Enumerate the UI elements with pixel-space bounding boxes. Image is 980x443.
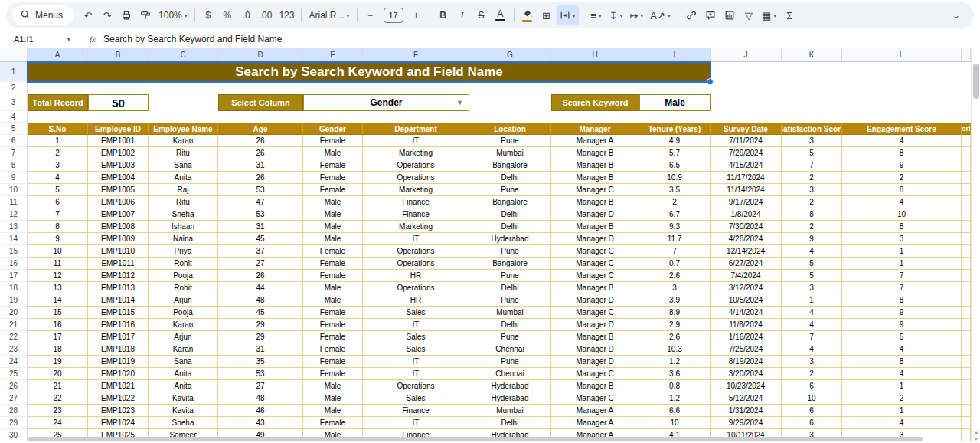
table-cell[interactable]: 2 <box>842 172 962 184</box>
table-cell[interactable]: 4 <box>842 135 962 147</box>
table-cell[interactable]: 5/12/2024 <box>710 392 782 405</box>
table-cell[interactable]: EMP1018 <box>88 343 149 356</box>
table-cell[interactable]: Pune <box>469 270 551 282</box>
table-cell[interactable]: 7 <box>782 331 842 343</box>
table-cell[interactable]: 2 <box>782 221 842 233</box>
table-cell[interactable]: 4/15/2024 <box>710 159 782 172</box>
table-cell[interactable]: Sana <box>149 159 218 172</box>
table-cell[interactable]: 1 <box>782 294 842 307</box>
row-header-12[interactable]: 12 <box>0 208 28 221</box>
table-cell-partial[interactable] <box>962 307 971 319</box>
table-cell[interactable]: Delhi <box>469 417 551 429</box>
insert-link-button[interactable] <box>682 5 701 25</box>
table-cell[interactable]: 53 <box>218 368 303 380</box>
select-all-corner[interactable] <box>0 48 28 62</box>
select-column-dropdown[interactable]: Gender▼ <box>303 94 469 111</box>
table-cell[interactable]: 31 <box>218 159 303 172</box>
table-cell[interactable]: 8 <box>842 356 962 368</box>
table-header-manager[interactable]: Manager <box>551 123 639 135</box>
table-header-partial[interactable]: ork- <box>962 123 971 135</box>
table-cell[interactable]: Pune <box>469 184 551 196</box>
table-cell[interactable]: 9 <box>842 159 962 172</box>
table-cell[interactable]: Female <box>303 184 363 196</box>
table-cell[interactable]: 43 <box>218 417 303 429</box>
hide-toolbar-button[interactable]: ⌄ <box>945 10 968 21</box>
table-cell-partial[interactable] <box>962 159 971 172</box>
table-cell[interactable]: Chennai <box>469 368 551 380</box>
table-cell[interactable]: Naina <box>149 233 218 245</box>
table-cell[interactable]: Manager B <box>551 221 639 233</box>
formula-input[interactable]: Search by Search Keyword and Field Name <box>103 34 282 44</box>
table-cell[interactable]: 6/27/2024 <box>710 258 782 270</box>
table-cell[interactable]: 17 <box>28 331 88 343</box>
table-cell[interactable]: 6.5 <box>639 159 710 172</box>
table-cell[interactable]: 9/29/2024 <box>710 417 782 429</box>
table-cell-partial[interactable] <box>962 356 971 368</box>
table-cell[interactable]: Sneha <box>149 417 218 429</box>
table-cell[interactable]: 8 <box>842 221 962 233</box>
table-cell-partial[interactable] <box>962 429 971 441</box>
table-cell[interactable]: Manager D <box>551 319 639 331</box>
table-cell[interactable]: 5 <box>782 270 842 282</box>
table-cell[interactable]: 8 <box>842 294 962 307</box>
table-cell[interactable]: Mumbai <box>469 147 551 159</box>
table-cell[interactable]: 9.3 <box>639 221 710 233</box>
table-cell[interactable]: Male <box>303 282 363 294</box>
table-cell[interactable]: 2 <box>782 368 842 380</box>
table-cell[interactable]: Pune <box>469 294 551 307</box>
text-wrap-button[interactable]: ↦▾ <box>626 5 646 25</box>
row-header-8[interactable]: 8 <box>0 159 28 172</box>
table-cell[interactable]: 3/12/2024 <box>710 282 782 294</box>
table-cell[interactable]: 2 <box>782 172 842 184</box>
table-cell[interactable]: Finance <box>363 208 469 221</box>
table-cell[interactable]: 7/4/2024 <box>710 270 782 282</box>
table-cell[interactable]: EMP1005 <box>88 184 149 196</box>
table-cell[interactable]: Pooja <box>149 270 218 282</box>
fill-color-button[interactable] <box>518 5 537 25</box>
table-cell-partial[interactable] <box>962 282 971 294</box>
table-cell-partial[interactable] <box>962 319 971 331</box>
table-cell-partial[interactable] <box>962 380 971 392</box>
table-cell[interactable]: 3 <box>782 184 842 196</box>
table-cell[interactable]: Male <box>303 233 363 245</box>
undo-button[interactable]: ↶ <box>79 5 97 25</box>
table-cell[interactable]: 4 <box>842 343 962 356</box>
table-cell[interactable]: Ishaan <box>149 221 218 233</box>
table-cell[interactable]: 7 <box>639 245 710 258</box>
column-header-G[interactable]: G <box>469 48 551 62</box>
table-cell[interactable]: 7/25/2024 <box>710 343 782 356</box>
table-cell[interactable]: 6.7 <box>639 208 710 221</box>
table-cell[interactable]: Anita <box>149 172 218 184</box>
scroll-down-icon[interactable]: ▼ <box>974 435 979 442</box>
empty-cells[interactable] <box>710 94 971 111</box>
column-header-B[interactable]: B <box>88 48 149 62</box>
table-header-engagement-score[interactable]: Engagement Score <box>842 123 962 135</box>
table-cell[interactable]: Marketing <box>363 184 469 196</box>
insert-comment-button[interactable] <box>701 5 720 25</box>
table-header-tenure-years-[interactable]: Tenure (Years) <box>639 123 710 135</box>
table-cell[interactable]: EMP1007 <box>88 208 149 221</box>
table-cell-partial[interactable] <box>962 221 971 233</box>
table-cell[interactable]: Male <box>303 196 363 208</box>
column-header-J[interactable]: J <box>710 48 782 62</box>
table-cell[interactable]: HR <box>363 270 469 282</box>
table-cell[interactable]: 27 <box>218 380 303 392</box>
bold-button[interactable]: B <box>434 5 452 25</box>
table-cell[interactable]: Manager A <box>551 135 639 147</box>
row-header-5[interactable]: 5 <box>0 123 28 135</box>
table-cell[interactable]: 31 <box>218 343 303 356</box>
table-cell[interactable]: Female <box>303 172 363 184</box>
table-cell[interactable]: Manager C <box>551 270 639 282</box>
row-header-27[interactable]: 27 <box>0 392 28 405</box>
column-header-L[interactable]: L <box>842 48 962 62</box>
table-cell[interactable]: Manager C <box>551 245 639 258</box>
table-cell[interactable]: 3.9 <box>639 294 710 307</box>
vertical-align-button[interactable]: ↧▾ <box>606 5 626 25</box>
table-cell[interactable]: 3 <box>639 282 710 294</box>
column-header-K[interactable]: K <box>782 48 842 62</box>
row-header-9[interactable]: 9 <box>0 172 28 184</box>
table-cell[interactable]: 48 <box>218 294 303 307</box>
table-cell[interactable]: 1/31/2024 <box>710 405 782 417</box>
row-header-28[interactable]: 28 <box>0 405 28 417</box>
table-cell[interactable]: IT <box>363 233 469 245</box>
